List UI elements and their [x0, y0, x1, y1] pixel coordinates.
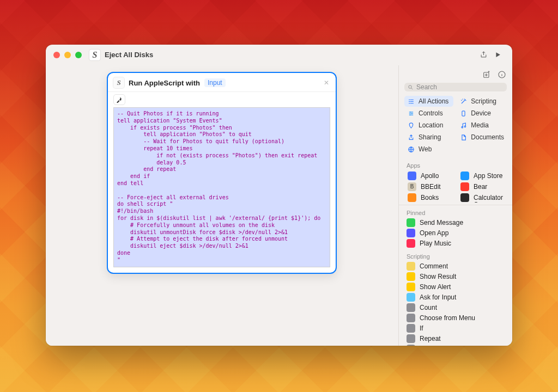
app-icon — [460, 193, 469, 202]
scripting-comment[interactable]: Comment — [403, 261, 508, 272]
pinned-send-message[interactable]: Send Message — [403, 218, 508, 228]
library-add-button[interactable] — [482, 70, 492, 79]
category-location[interactable]: Location — [404, 120, 453, 131]
app-bear[interactable]: Bear — [457, 181, 507, 192]
info-icon — [498, 70, 506, 79]
app-icon — [407, 345, 415, 346]
svg-point-3 — [410, 112, 411, 113]
automator-window: S Eject All Disks S Run AppleScript with… — [46, 45, 512, 346]
app-icon — [407, 229, 415, 237]
action-header: S Run AppleScript with Input ✕ — [108, 73, 336, 92]
app-icon: S — [89, 50, 100, 60]
scripting-repeat[interactable]: Repeat — [403, 334, 508, 344]
category-scripting[interactable]: Scripting — [457, 96, 507, 107]
pinned-play-music[interactable]: Play Music — [403, 238, 508, 249]
traffic-lights — [53, 52, 82, 58]
apps-header: Apps — [399, 158, 512, 170]
action-title: Run AppleScript with — [129, 79, 200, 87]
library-plus-icon — [482, 70, 491, 79]
category-media[interactable]: Media — [457, 120, 507, 131]
scripting-count[interactable]: Count — [403, 303, 508, 313]
app-books[interactable]: Books — [404, 192, 454, 203]
play-icon — [494, 51, 502, 59]
category-web[interactable]: Web — [404, 144, 453, 155]
titlebar: S Eject All Disks — [46, 45, 512, 65]
zoom-window-button[interactable] — [75, 52, 82, 58]
app-icon — [407, 239, 415, 248]
run-applescript-action[interactable]: S Run AppleScript with Input ✕ -- Quit P… — [107, 72, 337, 274]
app-bbedit[interactable]: BBBEdit — [404, 181, 454, 192]
category-device[interactable]: Device — [457, 108, 507, 119]
app-icon — [460, 171, 469, 180]
svg-rect-6 — [462, 111, 465, 116]
globe-icon — [407, 145, 415, 153]
scripting-show-alert[interactable]: Show Alert — [403, 282, 508, 292]
category-sharing[interactable]: Sharing — [404, 132, 453, 143]
category-all-actions[interactable]: All Actions — [404, 96, 453, 107]
svg-point-7 — [462, 126, 463, 128]
svg-point-8 — [464, 126, 466, 127]
scripting-repeat-with-each[interactable]: Repeat with Each — [403, 344, 508, 346]
window-title: Eject All Disks — [105, 51, 153, 59]
list-icon — [407, 97, 415, 105]
scripting-show-result[interactable]: Show Result — [403, 272, 508, 282]
share-button[interactable] — [476, 48, 490, 62]
sliders-icon — [407, 109, 415, 117]
compile-button[interactable] — [113, 94, 125, 105]
workflow-canvas[interactable]: S Run AppleScript with Input ✕ -- Quit P… — [46, 65, 399, 346]
app-icon — [407, 324, 415, 333]
app-icon — [407, 334, 415, 343]
app-icon — [407, 262, 415, 271]
app-icon — [460, 182, 469, 191]
scripting-choose-from-menu[interactable]: Choose from Menu — [403, 313, 508, 323]
pinned-header: Pinned — [399, 207, 512, 218]
app-icon — [407, 293, 415, 302]
input-token[interactable]: Input — [204, 78, 226, 87]
scripting-ask-for-input[interactable]: Ask for Input — [403, 292, 508, 303]
search-field[interactable]: Search — [404, 83, 507, 91]
doc-icon — [459, 133, 467, 141]
phone-icon — [459, 109, 467, 117]
app-icon — [407, 218, 415, 227]
minimize-window-button[interactable] — [64, 52, 71, 58]
app-icon: B — [408, 182, 416, 191]
share-icon — [407, 133, 415, 141]
hammer-icon — [116, 96, 123, 103]
svg-point-2 — [409, 85, 412, 89]
scripting-header: Scripting — [399, 249, 512, 261]
applescript-icon: S — [113, 77, 124, 88]
app-apollo[interactable]: Apollo — [404, 170, 454, 181]
search-icon — [408, 84, 414, 90]
info-button[interactable] — [497, 70, 507, 79]
pin-icon — [407, 121, 415, 129]
app-icon — [408, 171, 416, 180]
app-icon — [408, 193, 416, 202]
script-editor[interactable]: -- Quit Photos if it is running tell app… — [113, 107, 330, 267]
app-icon — [407, 272, 415, 281]
app-icon — [407, 283, 415, 291]
app-icon — [407, 303, 415, 312]
category-controls[interactable]: Controls — [404, 108, 453, 119]
app-icon — [407, 314, 415, 322]
app-app-store[interactable]: App Store — [457, 170, 507, 181]
category-documents[interactable]: Documents — [457, 132, 507, 143]
close-window-button[interactable] — [53, 52, 60, 58]
library-sidebar: Search All ActionsScriptingControlsDevic… — [399, 65, 512, 346]
scripting-if[interactable]: If — [403, 323, 508, 334]
wand-icon — [459, 97, 467, 105]
svg-point-4 — [411, 113, 412, 114]
note-icon — [459, 121, 467, 129]
svg-point-5 — [409, 114, 410, 115]
pinned-open-app[interactable]: Open App — [403, 228, 508, 238]
search-placeholder: Search — [416, 83, 437, 91]
run-button[interactable] — [490, 48, 505, 62]
share-icon — [480, 51, 488, 59]
remove-action-button[interactable]: ✕ — [324, 79, 329, 87]
